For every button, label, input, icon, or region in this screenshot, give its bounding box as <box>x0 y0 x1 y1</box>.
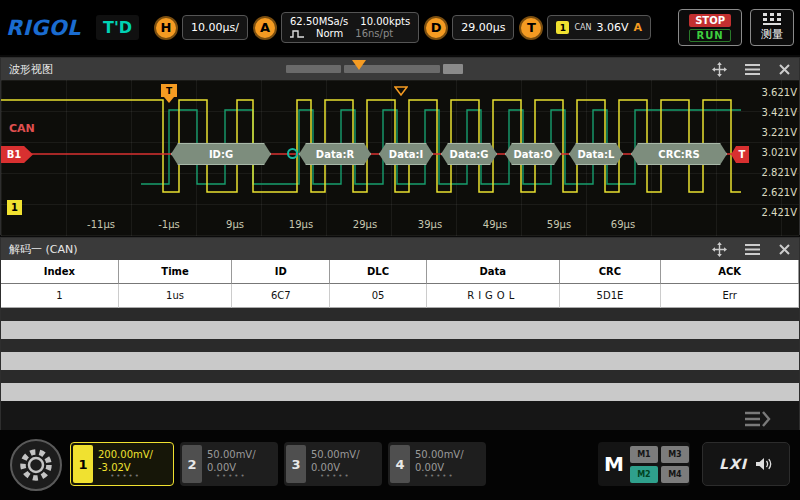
nav-segment <box>443 64 463 74</box>
time-label: -1μs <box>158 219 180 230</box>
math-button-grid: M1 M3 M2 M4 <box>630 446 689 483</box>
channel-2-scale: 50.00mV/ <box>207 449 256 462</box>
column-header: ACK <box>661 260 799 284</box>
decode-block[interactable]: Data:O <box>505 143 561 165</box>
trigger-status-badge: T'D <box>96 15 139 40</box>
stop-run-button[interactable]: STOP RUN <box>678 9 742 46</box>
pulse-icon <box>290 29 304 39</box>
menu-icon[interactable] <box>745 243 760 256</box>
close-icon[interactable] <box>778 63 791 76</box>
decode-block[interactable]: CRC:RS <box>631 143 727 165</box>
waveform-plot-area[interactable]: CAN B1 T T 1 ID:G Data:R Data:I Data:G D… <box>1 80 799 236</box>
decode-start-dot <box>287 148 298 159</box>
trigger-knob-icon[interactable]: T <box>519 16 543 40</box>
trigger-time-marker[interactable]: T <box>161 84 177 97</box>
gesture-icon[interactable] <box>712 62 727 77</box>
math-tile[interactable]: M M1 M3 M2 M4 <box>598 442 690 486</box>
top-status-bar: RIGOL T'D H 10.00μs/ A 62.50MSa/s 10.00k… <box>0 0 800 55</box>
volt-label: 3.621V <box>745 87 797 98</box>
trigger-group[interactable]: T 1 CAN 3.06V A <box>519 15 651 40</box>
trigger-bus-type: CAN <box>574 23 591 32</box>
more-dots-icon: ••••• <box>424 474 455 478</box>
horizontal-knob-icon[interactable]: H <box>154 16 178 40</box>
measure-button[interactable]: 测量 <box>750 9 794 46</box>
volt-label: 2.621V <box>745 187 797 198</box>
more-dots-icon: ••••• <box>320 474 351 478</box>
cell-ack: Err <box>661 284 799 308</box>
acquire-knob-icon[interactable]: A <box>253 16 277 40</box>
topbar-buttons: STOP RUN 测量 <box>678 9 794 46</box>
lxi-label: LXI <box>719 456 747 472</box>
time-label: 39μs <box>418 219 442 230</box>
stop-label[interactable]: STOP <box>689 14 731 27</box>
channel-3-number: 3 <box>286 445 306 483</box>
acquisition-info-box[interactable]: 62.50MSa/s 10.00kpts Norm 16ns/pt <box>281 12 419 43</box>
timebase-value[interactable]: 10.00μs/ <box>182 15 248 40</box>
trigger-info-box[interactable]: 1 CAN 3.06V A <box>547 15 651 40</box>
empty-row-gap <box>1 370 799 383</box>
delay-value[interactable]: 29.00μs <box>452 15 514 40</box>
channel1-ground-marker[interactable]: 1 <box>7 200 22 215</box>
close-icon[interactable] <box>778 243 791 256</box>
settings-gear-icon[interactable] <box>10 439 62 491</box>
cell-crc: 5D1E <box>560 284 662 308</box>
bus-name-label: CAN <box>9 122 35 135</box>
empty-row <box>1 352 799 370</box>
channel-4-scale: 50.00mV/ <box>415 449 464 462</box>
math-m3-button[interactable]: M3 <box>661 446 689 463</box>
volt-label: 2.421V <box>745 207 797 218</box>
decode-table-row[interactable]: 1 1us 6C7 05 RIGOL 5D1E Err <box>1 284 799 308</box>
channel-1-tile[interactable]: 1 200.00mV/ -3.02V ••••• <box>70 442 174 486</box>
lxi-tile[interactable]: LXI <box>702 442 790 486</box>
decode-block[interactable]: Data:R <box>299 143 371 165</box>
run-label[interactable]: RUN <box>689 29 730 42</box>
channel-4-number: 4 <box>390 445 410 483</box>
decode-block[interactable]: Data:L <box>569 143 623 165</box>
bottom-status-bar: 1 200.00mV/ -3.02V ••••• 2 50.00mV/ 0.00… <box>0 430 800 500</box>
more-dots-icon: ••••• <box>216 474 247 478</box>
trigger-level: 3.06V <box>597 21 629 34</box>
channel-1-number: 1 <box>73 445 93 483</box>
math-label: M <box>604 452 624 476</box>
more-dots-icon: ••••• <box>110 474 141 478</box>
trigger-position-marker[interactable] <box>352 60 366 70</box>
column-header: Data <box>427 260 560 284</box>
math-m4-button[interactable]: M4 <box>661 466 689 483</box>
gesture-icon[interactable] <box>712 242 727 257</box>
time-label: 59μs <box>547 219 571 230</box>
column-header: CRC <box>560 260 662 284</box>
sample-interval: 16ns/pt <box>355 28 393 39</box>
nav-segment <box>286 65 341 73</box>
time-label: 69μs <box>611 219 635 230</box>
delay-group[interactable]: D 29.00μs <box>424 15 514 40</box>
channel-2-tile[interactable]: 2 50.00mV/ 0.00V ••••• <box>180 442 278 486</box>
cell-data: RIGOL <box>427 284 560 308</box>
waveform-panel-title: 波形视图 <box>9 62 53 77</box>
empty-row-gap <box>1 339 799 352</box>
decode-panel: 解码一 (CAN) Index Time ID DLC Data CRC ACK <box>0 237 800 430</box>
column-header: Index <box>1 260 119 284</box>
channel-1-scale: 200.00mV/ <box>98 449 153 462</box>
time-label: -11μs <box>87 219 115 230</box>
channel-2-number: 2 <box>182 445 202 483</box>
delay-knob-icon[interactable]: D <box>424 16 448 40</box>
decode-block[interactable]: Data:I <box>379 143 433 165</box>
empty-row <box>1 321 799 339</box>
acquisition-group[interactable]: A 62.50MSa/s 10.00kpts Norm 16ns/pt <box>253 12 419 43</box>
decode-panel-header: 解码一 (CAN) <box>1 238 799 260</box>
math-m1-button[interactable]: M1 <box>630 446 658 463</box>
trigger-source-badge: 1 <box>556 21 569 34</box>
cell-index: 1 <box>1 284 119 308</box>
channel-4-tile[interactable]: 4 50.00mV/ 0.00V ••••• <box>388 442 486 486</box>
horizontal-group[interactable]: H 10.00μs/ <box>154 15 248 40</box>
channel-3-tile[interactable]: 3 50.00mV/ 0.00V ••••• <box>284 442 382 486</box>
waveform-panel-header: 波形视图 <box>1 58 799 80</box>
horizontal-position-strip[interactable] <box>286 64 491 74</box>
time-label: 29μs <box>353 219 377 230</box>
volt-label: 2.821V <box>745 167 797 178</box>
math-m2-button[interactable]: M2 <box>630 466 658 483</box>
decode-block[interactable]: Data:G <box>441 143 497 165</box>
menu-icon[interactable] <box>745 63 760 76</box>
decode-block[interactable]: ID:G <box>171 143 271 165</box>
measure-label: 测量 <box>761 27 783 42</box>
